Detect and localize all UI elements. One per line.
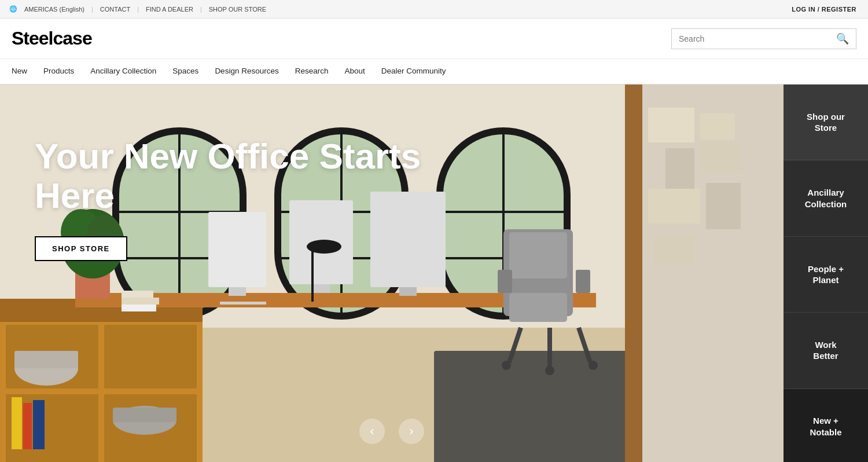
svg-rect-29 (113, 408, 176, 422)
svg-rect-62 (665, 148, 694, 189)
svg-rect-27 (14, 351, 78, 368)
svg-rect-60 (648, 108, 694, 142)
svg-rect-32 (229, 287, 246, 296)
separator1: | (91, 6, 93, 13)
carousel-next-button[interactable]: › (399, 419, 424, 444)
svg-rect-67 (625, 85, 642, 462)
top-bar-left: 🌐 AMERICAS (English) | CONTACT | FIND A … (9, 5, 266, 13)
svg-rect-66 (654, 235, 694, 264)
hero-section: Your New Office Starts Here SHOP STORE ‹… (0, 85, 868, 462)
separator2: | (137, 6, 139, 13)
nav-item-new[interactable]: New (12, 59, 35, 85)
svg-rect-20 (104, 325, 197, 388)
logo[interactable]: Steelcase (12, 28, 92, 49)
svg-rect-49 (509, 293, 567, 322)
sidebar-panel-work-better[interactable]: Work Better (784, 313, 868, 388)
nav-item-dealer-community[interactable]: Dealer Community (373, 59, 454, 85)
search-button[interactable]: 🔍 (836, 32, 849, 45)
nav-item-design-resources[interactable]: Design Resources (207, 59, 286, 85)
top-bar-right: LOG IN / REGISTER (792, 6, 856, 13)
sidebar-ancillary-text: Ancillary Collection (805, 187, 847, 210)
hero-title: Your New Office Starts Here (35, 137, 440, 215)
login-register-link[interactable]: LOG IN / REGISTER (792, 6, 856, 13)
search-icon: 🔍 (836, 33, 849, 45)
svg-rect-46 (122, 291, 153, 298)
svg-rect-23 (12, 397, 22, 449)
shop-our-store-link[interactable]: SHOP OUR STORE (209, 6, 266, 13)
nav-item-research[interactable]: Research (287, 59, 337, 85)
top-bar: 🌐 AMERICAS (English) | CONTACT | FIND A … (0, 0, 868, 19)
nav-item-ancillary[interactable]: Ancillary Collection (82, 59, 164, 85)
svg-rect-36 (399, 287, 417, 296)
sidebar-new-notable-text: New + Notable (810, 415, 841, 438)
nav-item-products[interactable]: Products (35, 59, 82, 85)
sidebar-people-planet-text: People + Planet (808, 263, 844, 286)
hero-content: Your New Office Starts Here SHOP STORE (0, 85, 440, 261)
svg-rect-64 (648, 189, 700, 223)
svg-rect-24 (23, 403, 32, 449)
main-nav: New Products Ancillary Collection Spaces… (0, 59, 868, 85)
globe-icon: 🌐 (9, 5, 17, 13)
svg-rect-44 (122, 305, 156, 311)
svg-rect-65 (706, 183, 741, 229)
sidebar-shop-store-text: Shop our Store (807, 111, 845, 134)
find-dealer-link[interactable]: FIND A DEALER (146, 6, 193, 13)
region-selector[interactable]: AMERICAS (English) (24, 6, 84, 13)
hero-background: Your New Office Starts Here SHOP STORE ‹… (0, 85, 784, 462)
svg-rect-48 (509, 232, 567, 278)
nav-item-spaces[interactable]: Spaces (164, 59, 207, 85)
carousel-controls: ‹ › (359, 419, 424, 444)
hero-sidebar: Shop our Store Ancillary Collection Peop… (784, 85, 868, 462)
shop-store-button[interactable]: SHOP STORE (35, 236, 127, 261)
sidebar-panel-shop-store[interactable]: Shop our Store (784, 85, 868, 160)
sidebar-panel-ancillary[interactable]: Ancillary Collection (784, 160, 868, 236)
svg-rect-25 (33, 400, 45, 449)
sidebar-work-better-text: Work Better (813, 339, 838, 362)
header: Steelcase 🔍 (0, 19, 868, 59)
svg-rect-45 (122, 298, 159, 305)
svg-rect-34 (312, 284, 330, 293)
svg-rect-37 (220, 302, 266, 305)
svg-rect-61 (700, 113, 735, 140)
separator3: | (200, 6, 202, 13)
contact-link[interactable]: CONTACT (100, 6, 130, 13)
search-input[interactable] (679, 34, 836, 43)
svg-rect-50 (498, 270, 512, 293)
sidebar-panel-new-notable[interactable]: New + Notable (784, 389, 868, 462)
carousel-prev-button[interactable]: ‹ (359, 419, 385, 444)
sidebar-panel-people-planet[interactable]: People + Planet (784, 237, 868, 313)
svg-rect-51 (576, 270, 590, 293)
svg-rect-63 (700, 142, 741, 171)
search-container: 🔍 (671, 28, 856, 49)
nav-item-about[interactable]: About (336, 59, 373, 85)
